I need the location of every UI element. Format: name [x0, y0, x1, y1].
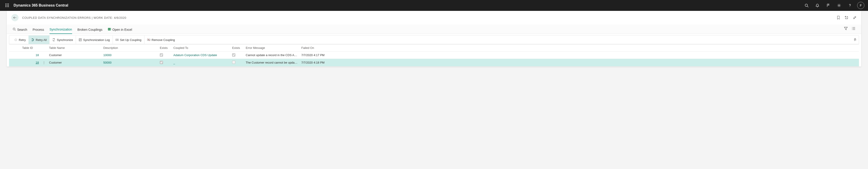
action-label: Open in Excel [112, 28, 132, 31]
cell-failed-on: 7/7/2020 4:17 PM [300, 52, 859, 59]
column-header-row: Table ID Table Name Description Exists C… [9, 44, 859, 52]
page-header: COUPLED DATA SYNCHRONIZATION ERRORS | WO… [7, 11, 861, 24]
col-error-message[interactable]: Error Message [244, 44, 300, 52]
svg-point-13 [13, 28, 15, 30]
retry-button[interactable]: Retry [11, 35, 29, 44]
toolbar-label: Set Up Coupling [120, 38, 142, 41]
action-label: Synchronization [50, 28, 72, 31]
help-icon[interactable] [844, 0, 855, 11]
toolbar: Retry Retry All Synchronize Synchronizat… [9, 35, 859, 44]
svg-rect-27 [116, 39, 117, 41]
excel-icon [108, 28, 111, 31]
flag-icon[interactable] [823, 0, 834, 11]
svg-rect-6 [5, 6, 6, 7]
svg-rect-3 [5, 5, 6, 6]
svg-line-10 [807, 6, 809, 7]
retry-all-icon [31, 38, 34, 41]
cell-description[interactable]: 10000 [103, 53, 112, 57]
cell-table-id[interactable]: 18 [36, 61, 39, 64]
col-coupled-to[interactable]: Coupled To [172, 44, 230, 52]
exists-checkbox [232, 61, 235, 64]
user-avatar[interactable]: F [857, 2, 864, 9]
exists-checkbox [160, 53, 163, 57]
exists-checkbox [160, 61, 163, 64]
svg-rect-30 [147, 39, 148, 41]
svg-point-20 [852, 27, 852, 28]
cell-coupled-to[interactable]: Adatum Corporation CDS Update [174, 53, 217, 57]
retry-icon [14, 38, 18, 41]
action-process[interactable]: Process [33, 26, 44, 34]
toolbar-label: Retry All [36, 38, 46, 41]
svg-point-21 [852, 28, 852, 29]
svg-point-11 [838, 5, 839, 6]
back-button[interactable] [11, 14, 19, 21]
app-launcher-icon[interactable] [2, 0, 13, 11]
page-content: COUPLED DATA SYNCHRONIZATION ERRORS | WO… [7, 11, 861, 66]
svg-rect-2 [8, 4, 9, 4]
remove-coupling-icon [147, 38, 150, 41]
bookmark-icon[interactable] [836, 16, 840, 20]
cell-description[interactable]: 50000 [103, 61, 112, 64]
top-bar: Dynamics 365 Business Central F [0, 0, 868, 11]
svg-rect-31 [149, 39, 150, 41]
action-bar: Search Process Synchronization Broken Co… [7, 24, 861, 34]
cell-table-id[interactable]: 18 [36, 53, 39, 57]
svg-rect-16 [110, 28, 111, 30]
row-menu-icon[interactable]: ⋮ [41, 59, 47, 66]
col-description[interactable]: Description [101, 44, 158, 52]
svg-rect-4 [7, 5, 7, 6]
set-up-coupling-button[interactable]: Set Up Coupling [113, 35, 144, 44]
cell-error-message: Cannot update a record in the CDS Accoun… [246, 53, 298, 57]
remove-coupling-button[interactable]: Remove Coupling [144, 35, 178, 44]
breadcrumb: COUPLED DATA SYNCHRONIZATION ERRORS | WO… [22, 16, 126, 20]
cell-coupled-to[interactable]: _ [174, 61, 175, 64]
cell-table-name: Customer [47, 59, 101, 66]
svg-line-14 [15, 30, 16, 31]
action-label: Search [17, 28, 27, 31]
col-table-name[interactable]: Table Name [47, 44, 101, 52]
list-icon[interactable] [852, 27, 855, 31]
pin-icon[interactable] [853, 38, 857, 42]
svg-rect-0 [5, 4, 6, 4]
svg-rect-5 [8, 5, 9, 6]
svg-rect-7 [7, 6, 7, 7]
action-label: Process [33, 28, 44, 31]
action-broken-couplings[interactable]: Broken Couplings [78, 26, 103, 34]
col-table-id[interactable]: Table ID [20, 44, 41, 52]
cell-failed-on: 7/7/2020 4:18 PM [300, 59, 859, 66]
sync-icon [52, 38, 55, 41]
sync-log-button[interactable]: Synchronization Log [76, 35, 113, 44]
log-icon [79, 38, 82, 41]
table-row[interactable]: 18 Customer 10000 Adatum Corporation CDS… [9, 52, 859, 59]
filter-icon[interactable] [844, 27, 848, 31]
col-failed-on[interactable]: Failed On [300, 44, 859, 52]
cell-table-name: Customer [47, 52, 101, 59]
action-open-in-excel[interactable]: Open in Excel [108, 26, 132, 34]
toolbar-label: Retry [19, 38, 26, 41]
action-search[interactable]: Search [13, 26, 27, 34]
app-name: Dynamics 365 Business Central [13, 3, 68, 7]
toolbar-label: Synchronization Log [83, 38, 110, 41]
svg-rect-1 [7, 4, 7, 4]
coupling-icon [116, 38, 119, 41]
action-label: Broken Couplings [78, 28, 103, 31]
synchronize-button[interactable]: Synchronize [49, 35, 76, 44]
search-icon [13, 28, 16, 31]
data-grid: Table ID Table Name Description Exists C… [9, 44, 859, 66]
col-exists-2[interactable]: Exists [230, 44, 244, 52]
svg-rect-28 [117, 39, 119, 41]
popout-icon[interactable] [844, 16, 848, 20]
table-row[interactable]: 18 ⋮ Customer 50000 _ The Customer recor… [9, 59, 859, 66]
toolbar-label: Synchronize [57, 38, 73, 41]
avatar-initial: F [860, 4, 862, 7]
collapse-icon[interactable] [852, 16, 857, 20]
toolbar-label: Remove Coupling [152, 38, 175, 41]
action-synchronization[interactable]: Synchronization [50, 26, 72, 34]
svg-rect-8 [8, 6, 9, 7]
search-icon[interactable] [801, 0, 812, 11]
cell-error-message: The Customer record cannot be updated be… [246, 61, 298, 64]
retry-all-button[interactable]: Retry All [29, 35, 49, 44]
notifications-icon[interactable] [812, 0, 823, 11]
col-exists-1[interactable]: Exists [158, 44, 172, 52]
settings-icon[interactable] [834, 0, 844, 11]
